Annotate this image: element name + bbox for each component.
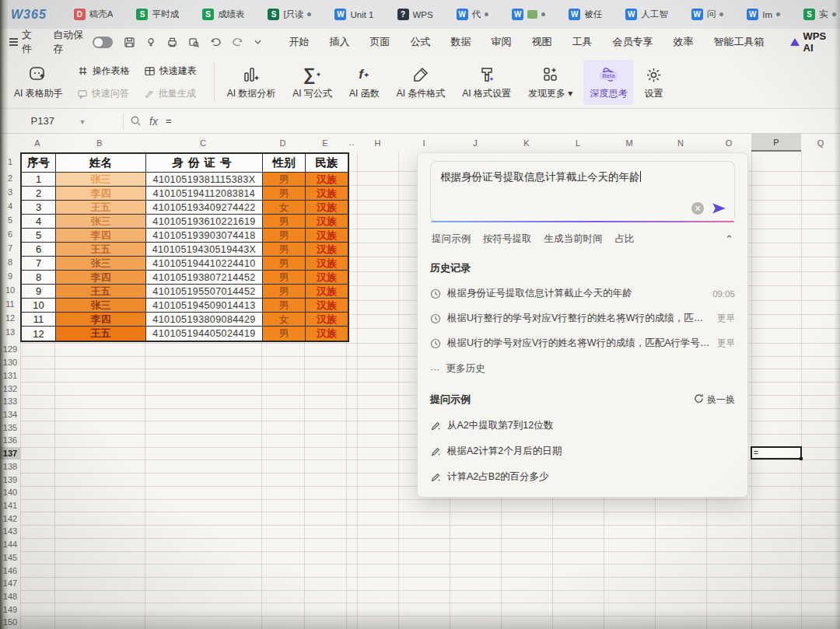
cell[interactable]: 9 xyxy=(22,285,56,299)
row-header-10[interactable]: 10 xyxy=(0,283,20,297)
row-header-133[interactable]: 133 xyxy=(0,395,20,408)
cell[interactable]: 汉族 xyxy=(306,313,348,327)
操作表格-button[interactable]: 操作表格 xyxy=(74,63,133,79)
browser-tab[interactable]: WIm xyxy=(740,5,787,25)
example-prompt[interactable]: 根据A2计算2个月后的日期 xyxy=(430,445,735,458)
cell[interactable]: 女 xyxy=(263,201,306,215)
suggestion-chip[interactable]: 按符号提取 xyxy=(483,232,532,246)
column-header-C[interactable]: C xyxy=(145,134,261,152)
browser-tab[interactable]: W代 xyxy=(450,5,496,25)
row-header-8[interactable]: 8 xyxy=(0,255,20,269)
column-header-P[interactable]: P xyxy=(751,134,801,152)
cell[interactable]: 410105193809084429 xyxy=(146,313,263,327)
cell[interactable]: 男 xyxy=(263,187,306,201)
browser-tab[interactable]: S实 xyxy=(796,5,840,25)
tab-审阅[interactable]: 审阅 xyxy=(481,29,522,55)
column-header-E[interactable]: E xyxy=(304,134,346,152)
cell[interactable]: 410105193903074418 xyxy=(146,229,263,243)
发现更多-button[interactable]: 发现更多 ▾ xyxy=(522,60,579,105)
cell[interactable]: 男 xyxy=(263,173,306,187)
cell[interactable]: 李四 xyxy=(56,229,146,243)
批量生成-button[interactable]: 批量生成 xyxy=(141,86,200,102)
cell[interactable]: 汉族 xyxy=(306,285,348,299)
autosave-control[interactable]: 自动保存 xyxy=(53,28,112,56)
refresh-examples-button[interactable]: 换一换 xyxy=(694,393,735,407)
history-item[interactable]: 根据身份证号提取信息计算截止今天的年龄09:05 xyxy=(430,287,735,300)
row-header-1[interactable]: 1 xyxy=(0,152,20,171)
name-box[interactable]: P137 ▼ xyxy=(0,115,117,127)
cell[interactable]: 男 xyxy=(263,299,306,313)
row-header-12[interactable]: 12 xyxy=(0,311,20,325)
tab-视图[interactable]: 视图 xyxy=(522,29,562,55)
suggestion-chip[interactable]: 生成当前时间 xyxy=(544,232,603,246)
cell[interactable]: 张三 xyxy=(56,215,146,229)
cell[interactable]: 8 xyxy=(22,271,56,285)
export-icon[interactable] xyxy=(145,37,156,48)
cell[interactable]: 男 xyxy=(263,257,306,271)
cell[interactable]: 汉族 xyxy=(306,327,348,341)
row-header-139[interactable]: 139 xyxy=(0,473,20,486)
column-header-D[interactable]: D xyxy=(261,134,304,152)
cell[interactable]: 李四 xyxy=(56,313,146,327)
row-header-131[interactable]: 131 xyxy=(0,369,20,382)
cell[interactable]: 410105193610221619 xyxy=(146,215,263,229)
cell[interactable]: 汉族 xyxy=(306,271,348,285)
row-header-148[interactable]: 148 xyxy=(0,590,20,603)
cell[interactable]: 4 xyxy=(22,215,56,229)
cell[interactable]: 410105195507014452 xyxy=(146,285,263,299)
cell[interactable]: 6 xyxy=(22,243,56,257)
cell[interactable]: 男 xyxy=(263,243,306,257)
browser-tab[interactable]: W问 xyxy=(684,5,731,25)
cell[interactable]: 女 xyxy=(263,313,306,327)
row-header-145[interactable]: 145 xyxy=(0,551,20,564)
row-header-143[interactable]: 143 xyxy=(0,525,20,538)
row-header-138[interactable]: 138 xyxy=(0,460,20,473)
cell[interactable]: 11 xyxy=(22,313,56,327)
row-header-135[interactable]: 135 xyxy=(0,421,20,434)
tab-公式[interactable]: 公式 xyxy=(401,29,441,55)
clear-input-icon[interactable]: ✕ xyxy=(691,202,704,215)
row-header-141[interactable]: 141 xyxy=(0,499,20,512)
row-header-4[interactable]: 4 xyxy=(0,199,20,213)
cell[interactable]: 汉族 xyxy=(306,243,348,257)
tab-工具[interactable]: 工具 xyxy=(562,29,603,55)
cell[interactable]: 410105194112083814 xyxy=(146,187,263,201)
row-header-130[interactable]: 130 xyxy=(0,356,20,369)
more-history-button[interactable]: ··· 更多历史 xyxy=(430,362,735,376)
cell[interactable]: 12 xyxy=(22,327,56,341)
cell[interactable]: 李四 xyxy=(56,187,146,201)
ai-table-assistant-button[interactable]: AI 表格助手 xyxy=(8,60,69,105)
browser-tab[interactable]: W人工智 xyxy=(618,5,675,25)
row-header-2[interactable]: 2 xyxy=(0,171,20,185)
快速建表-button[interactable]: 快速建表 xyxy=(141,63,200,79)
深度思考-button[interactable]: Beta深度思考 xyxy=(583,60,633,105)
browser-tab[interactable]: WUnit 1 xyxy=(327,5,380,25)
column-header-H[interactable]: H xyxy=(357,134,398,152)
column-header-‥[interactable]: ‥ xyxy=(346,134,357,152)
browser-tab[interactable]: S平时成 xyxy=(129,5,186,25)
column-header-K[interactable]: K xyxy=(501,134,552,152)
cell[interactable]: 10 xyxy=(22,299,56,313)
history-item[interactable]: 根据U行整行的学号对应V行整行的姓名将W行的成绩，匹配A行整行…更早 xyxy=(430,312,735,325)
suggestion-chip[interactable]: 占比 xyxy=(615,232,635,246)
autosave-toggle[interactable] xyxy=(93,37,113,48)
row-header-13[interactable]: 13 xyxy=(0,325,20,339)
browser-tab[interactable]: S成绩表 xyxy=(195,5,252,25)
cell[interactable]: 汉族 xyxy=(306,215,348,229)
save-icon[interactable] xyxy=(124,37,135,48)
tab-会员专享[interactable]: 会员专享 xyxy=(603,29,663,55)
browser-tab[interactable]: W被任 xyxy=(562,5,609,25)
row-header-7[interactable]: 7 xyxy=(0,241,20,255)
cell[interactable]: 1 xyxy=(22,173,56,187)
active-cell-p137[interactable]: = xyxy=(751,446,802,460)
cell[interactable]: 王五 xyxy=(56,201,146,215)
tab-数据[interactable]: 数据 xyxy=(441,29,481,55)
more-commands-icon[interactable] xyxy=(254,39,262,45)
cell[interactable]: 张三 xyxy=(56,173,146,187)
tab-智能工具箱[interactable]: 智能工具箱 xyxy=(704,29,775,55)
cell[interactable]: 男 xyxy=(263,215,306,229)
cell[interactable]: 男 xyxy=(263,327,306,341)
ai-prompt-input[interactable]: 根据身份证号提取信息计算截止今天的年龄 ✕ xyxy=(430,161,735,222)
column-header-O[interactable]: O xyxy=(706,134,751,152)
search-icon[interactable] xyxy=(130,115,142,127)
